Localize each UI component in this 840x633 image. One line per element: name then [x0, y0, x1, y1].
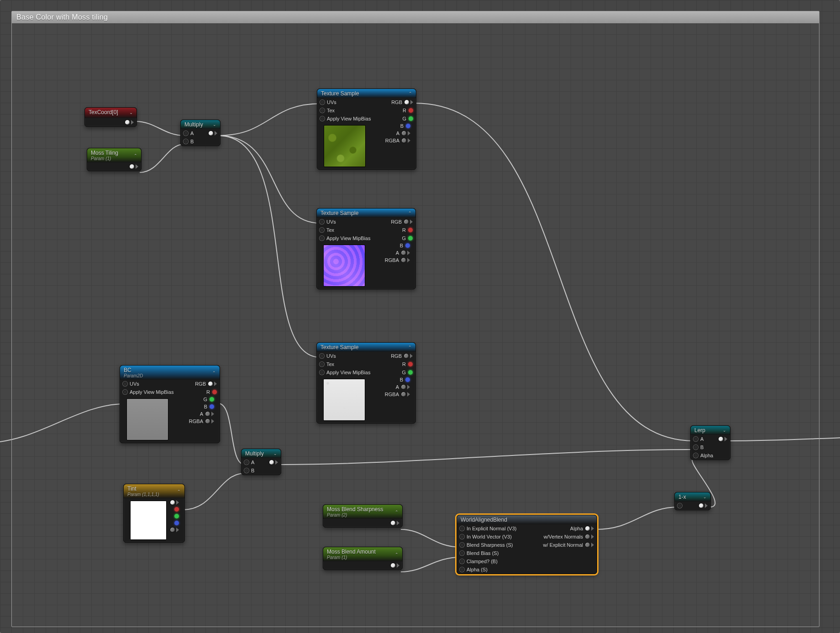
- input-pin-b[interactable]: [244, 468, 249, 473]
- input-pin-alpha[interactable]: [693, 453, 698, 458]
- output-pin-a[interactable]: [205, 412, 210, 416]
- output-pin-r[interactable]: [408, 228, 413, 232]
- output-pin[interactable]: [391, 521, 395, 525]
- texture-thumbnail[interactable]: [126, 398, 168, 440]
- node-multiply-2[interactable]: Multiply ⌄ A B: [241, 449, 281, 475]
- output-pin-rgba[interactable]: [401, 258, 406, 262]
- texture-thumbnail[interactable]: [323, 379, 365, 421]
- input-pin[interactable]: [460, 534, 464, 539]
- input-pin-mip[interactable]: [320, 236, 324, 241]
- node-header[interactable]: Tint Param (1,1,1,1) ⌃: [124, 484, 184, 498]
- input-pin[interactable]: [677, 503, 682, 508]
- output-pin[interactable]: [585, 534, 590, 539]
- node-header[interactable]: 1-x ⌄: [675, 492, 710, 502]
- input-pin[interactable]: [460, 526, 464, 531]
- input-pin-mip[interactable]: [320, 116, 325, 121]
- input-pin[interactable]: [460, 551, 464, 555]
- output-pin-b[interactable]: [405, 377, 410, 382]
- input-pin-tex[interactable]: [320, 362, 324, 366]
- chevron-up-icon[interactable]: ⌃: [408, 211, 412, 215]
- output-pin-r[interactable]: [408, 362, 413, 366]
- chevron-down-icon[interactable]: ⌄: [703, 495, 707, 499]
- input-pin-a[interactable]: [244, 460, 249, 465]
- output-pin-b[interactable]: [174, 521, 179, 525]
- node-header[interactable]: Texture Sample ⌃: [317, 89, 416, 98]
- chevron-up-icon[interactable]: ⌃: [134, 153, 137, 158]
- node-texture-sample-2[interactable]: Texture Sample ⌃ UVsRGB TexR Apply View …: [316, 208, 416, 289]
- output-pin-b[interactable]: [405, 243, 410, 248]
- output-pin-r[interactable]: [409, 108, 413, 113]
- chevron-down-icon[interactable]: ⌄: [273, 451, 277, 456]
- chevron-down-icon[interactable]: ⌄: [213, 122, 216, 127]
- chevron-up-icon[interactable]: ⌃: [395, 552, 399, 557]
- node-texture-sample-1[interactable]: Texture Sample ⌃ UVsRGB TexR Apply View …: [317, 89, 416, 170]
- node-lerp[interactable]: Lerp ⌄ A B Alpha: [690, 425, 730, 460]
- node-multiply-1[interactable]: Multiply ⌄ A B: [180, 120, 220, 146]
- node-texture-sample-3[interactable]: Texture Sample ⌃ UVsRGB TexR Apply View …: [316, 342, 416, 424]
- output-pin-rgba[interactable]: [205, 419, 210, 424]
- output-pin[interactable]: [209, 131, 213, 136]
- input-pin[interactable]: [460, 559, 464, 564]
- output-pin-a[interactable]: [401, 385, 406, 389]
- node-header[interactable]: Texture Sample ⌃: [317, 209, 415, 218]
- node-bc[interactable]: BC Param2D ⌃ UVsRGB Apply View MipBiasR …: [120, 365, 220, 443]
- output-pin[interactable]: [125, 120, 130, 125]
- node-moss-tiling[interactable]: Moss Tiling Param (1) ⌃: [87, 148, 142, 171]
- chevron-up-icon[interactable]: ⌃: [409, 91, 412, 96]
- chevron-down-icon[interactable]: ⌄: [129, 110, 133, 115]
- node-header[interactable]: Multiply ⌄: [242, 449, 281, 458]
- output-pin-g[interactable]: [408, 370, 413, 375]
- node-header[interactable]: TexCoord[0] ⌄: [85, 108, 136, 118]
- output-pin-g[interactable]: [409, 116, 413, 121]
- node-texcoord[interactable]: TexCoord[0] ⌄: [84, 107, 137, 127]
- output-pin-g[interactable]: [210, 397, 214, 402]
- chevron-up-icon[interactable]: ⌃: [395, 510, 399, 514]
- node-header[interactable]: Moss Tiling Param (1) ⌃: [87, 148, 141, 162]
- texture-thumbnail[interactable]: [323, 245, 365, 287]
- output-pin-rgba[interactable]: [402, 138, 406, 143]
- output-pin[interactable]: [585, 543, 590, 547]
- input-pin-uvs[interactable]: [320, 354, 324, 358]
- input-pin-mip[interactable]: [320, 370, 324, 375]
- output-pin-rgb[interactable]: [404, 100, 409, 105]
- node-header[interactable]: Lerp ⌄: [691, 426, 730, 435]
- output-pin-rgb[interactable]: [404, 354, 409, 358]
- node-moss-blend-amount[interactable]: Moss Blend Amount Param (1) ⌃: [323, 547, 403, 570]
- input-pin-tex[interactable]: [320, 108, 325, 113]
- output-pin-b[interactable]: [210, 404, 214, 409]
- output-pin-rgb[interactable]: [404, 220, 409, 224]
- node-header[interactable]: Moss Blend Sharpness Param (2) ⌃: [323, 505, 402, 519]
- node-one-minus[interactable]: 1-x ⌄: [674, 492, 711, 510]
- output-pin[interactable]: [719, 437, 723, 441]
- chevron-up-icon[interactable]: ⌃: [177, 489, 181, 494]
- output-pin[interactable]: [130, 164, 134, 169]
- output-pin-rgb[interactable]: [208, 382, 213, 386]
- output-pin-b[interactable]: [406, 124, 410, 128]
- chevron-down-icon[interactable]: ⌄: [723, 428, 726, 433]
- output-pin[interactable]: [699, 503, 704, 508]
- node-moss-blend-sharpness[interactable]: Moss Blend Sharpness Param (2) ⌃: [323, 504, 403, 528]
- chevron-up-icon[interactable]: ⌃: [212, 371, 216, 375]
- input-pin-uvs[interactable]: [320, 220, 324, 224]
- output-pin-r[interactable]: [174, 507, 179, 512]
- input-pin-a[interactable]: [184, 131, 188, 136]
- output-pin-a[interactable]: [170, 528, 175, 532]
- node-header[interactable]: Texture Sample ⌃: [317, 343, 415, 352]
- output-pin[interactable]: [391, 563, 395, 568]
- node-header[interactable]: Moss Blend Amount Param (1) ⌃: [323, 547, 402, 561]
- input-pin-uvs[interactable]: [123, 382, 127, 386]
- input-pin[interactable]: [460, 567, 464, 572]
- output-pin-a[interactable]: [402, 131, 406, 136]
- node-header[interactable]: Multiply ⌄: [181, 120, 220, 129]
- input-pin-b[interactable]: [693, 445, 698, 450]
- output-pin-r[interactable]: [212, 390, 217, 394]
- node-world-aligned-blend[interactable]: WorldAlignedBlend In Explicit Normal (V3…: [457, 515, 597, 574]
- node-tint[interactable]: Tint Param (1,1,1,1) ⌃: [123, 484, 185, 543]
- node-header[interactable]: WorldAlignedBlend: [457, 515, 597, 524]
- chevron-up-icon[interactable]: ⌃: [408, 345, 412, 350]
- input-pin-uvs[interactable]: [320, 100, 325, 105]
- output-pin-rgba[interactable]: [401, 392, 406, 397]
- output-pin[interactable]: [269, 460, 274, 465]
- texture-thumbnail[interactable]: [324, 125, 366, 167]
- output-pin-alpha[interactable]: [585, 526, 590, 531]
